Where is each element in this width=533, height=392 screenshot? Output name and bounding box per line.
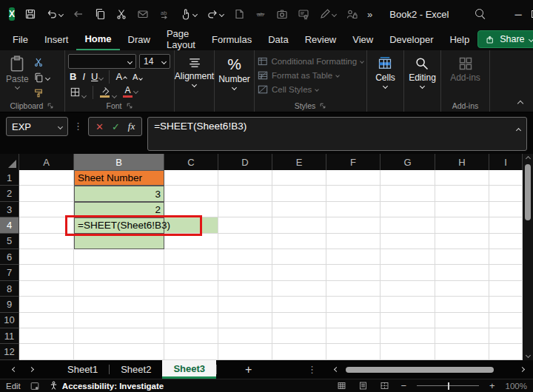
scroll-up-icon[interactable] (525, 156, 530, 161)
cell-D6[interactable] (218, 249, 272, 265)
bold-button[interactable]: B (70, 71, 76, 82)
cell-A10[interactable] (19, 313, 74, 328)
cell-C7[interactable] (164, 265, 218, 280)
cell-H5[interactable] (435, 234, 489, 249)
cell-D11[interactable] (218, 328, 272, 344)
dialog-launcher-icon[interactable] (126, 102, 133, 109)
column-header-D[interactable]: D (218, 154, 272, 170)
paste-button[interactable]: Paste (3, 54, 29, 100)
cell-H7[interactable] (435, 265, 489, 280)
cell-F5[interactable] (326, 234, 381, 249)
qat-new-file-button[interactable] (233, 8, 245, 20)
qat-lock-button[interactable] (346, 8, 358, 20)
cell-E12[interactable] (272, 344, 326, 359)
tab-page-layout[interactable]: Page Layout (158, 28, 204, 50)
cell-G1[interactable] (381, 170, 435, 186)
cell-C2[interactable] (164, 186, 218, 201)
cell-G3[interactable] (381, 202, 435, 217)
underline-button[interactable]: U (91, 71, 103, 82)
zoom-in-button[interactable]: + (489, 380, 495, 391)
excel-logo-icon[interactable]: X (9, 7, 15, 21)
increase-font-button[interactable]: A (115, 71, 127, 82)
cell-I11[interactable] (489, 328, 523, 344)
zoom-level[interactable]: 100% (506, 382, 527, 391)
cancel-button[interactable]: ✕ (95, 121, 104, 132)
sheet-tab-sheet1[interactable]: Sheet1 (56, 360, 109, 379)
row-header-12[interactable]: 12 (0, 344, 19, 359)
cell-H11[interactable] (435, 328, 489, 344)
cell-C8[interactable] (164, 281, 218, 297)
column-header-G[interactable]: G (381, 154, 435, 170)
scroll-left-icon[interactable] (334, 367, 339, 372)
cell-E11[interactable] (272, 328, 326, 344)
search-button[interactable] (475, 9, 486, 19)
qat-mail-button[interactable] (137, 8, 149, 20)
cell-B8[interactable] (74, 281, 164, 297)
macro-record-button[interactable] (30, 381, 40, 391)
qat-copy-button[interactable] (94, 8, 106, 20)
copy-button[interactable] (33, 71, 50, 84)
cell-B3[interactable]: 2 (74, 202, 164, 217)
tab-insert[interactable]: Insert (36, 28, 77, 50)
row-header-6[interactable]: 6 (0, 249, 19, 265)
row-header-1[interactable]: 1 (0, 170, 19, 186)
tab-view[interactable]: View (344, 28, 381, 50)
cell-G2[interactable] (381, 186, 435, 201)
select-all-corner[interactable] (0, 154, 19, 170)
cell-A6[interactable] (19, 249, 74, 265)
addins-button[interactable]: Add-ins (450, 54, 480, 83)
format-painter-button[interactable] (33, 87, 50, 100)
cell-F4[interactable] (326, 217, 381, 233)
cell-A2[interactable] (19, 186, 74, 201)
column-header-H[interactable]: H (435, 154, 489, 170)
cell-B11[interactable] (74, 328, 164, 344)
cell-D4[interactable] (218, 217, 272, 233)
cell-A12[interactable] (19, 344, 74, 359)
cell-D1[interactable] (218, 170, 272, 186)
cell-A1[interactable] (19, 170, 74, 186)
cell-A8[interactable] (19, 281, 74, 297)
tab-file[interactable]: File (4, 28, 36, 50)
sheet-tab-sheet2[interactable]: Sheet2 (110, 360, 162, 379)
cell-B10[interactable] (74, 313, 164, 328)
cell-I3[interactable] (489, 202, 523, 217)
alignment-button[interactable]: Alignment (175, 54, 214, 87)
minimize-button[interactable]: ─ (514, 9, 521, 20)
cell-I4[interactable] (489, 217, 523, 233)
enter-button[interactable]: ✓ (112, 121, 120, 132)
cell-B7[interactable] (74, 265, 164, 280)
cell-I12[interactable] (489, 344, 523, 359)
cell-G11[interactable] (381, 328, 435, 344)
column-header-F[interactable]: F (326, 154, 381, 170)
formula-input[interactable]: =SHEET(Sheet6!B3) (147, 117, 527, 151)
row-header-3[interactable]: 3 (0, 202, 19, 217)
qat-touch-mode-button[interactable] (180, 8, 197, 20)
cell-E10[interactable] (272, 313, 326, 328)
column-header-B[interactable]: B (74, 154, 164, 170)
cell-B4[interactable]: =SHEET(Sheet6!B3) (74, 217, 164, 233)
cell-H4[interactable] (435, 217, 489, 233)
cell-I10[interactable] (489, 313, 523, 328)
cell-B2[interactable]: 3 (74, 186, 164, 201)
cell-H6[interactable] (435, 249, 489, 265)
font-color-button[interactable]: A (123, 87, 138, 98)
cell-G8[interactable] (381, 281, 435, 297)
cell-E6[interactable] (272, 249, 326, 265)
tab-data[interactable]: Data (260, 28, 296, 50)
cell-C11[interactable] (164, 328, 218, 344)
cell-B12[interactable] (74, 344, 164, 359)
previous-sheet-button[interactable] (6, 360, 23, 379)
italic-button[interactable]: I (82, 71, 85, 82)
cell-F12[interactable] (326, 344, 381, 359)
qat-redo-button[interactable] (207, 8, 224, 20)
row-header-9[interactable]: 9 (0, 297, 19, 312)
column-header-C[interactable]: C (164, 154, 218, 170)
cell-F2[interactable] (326, 186, 381, 201)
next-sheet-button[interactable] (23, 360, 40, 379)
cell-B6[interactable] (74, 249, 164, 265)
cell-A5[interactable] (19, 234, 74, 249)
dialog-launcher-icon[interactable] (319, 102, 326, 109)
horizontal-scrollbar-thumb[interactable] (346, 367, 494, 373)
cell-E2[interactable] (272, 186, 326, 201)
cut-button[interactable] (33, 55, 50, 69)
